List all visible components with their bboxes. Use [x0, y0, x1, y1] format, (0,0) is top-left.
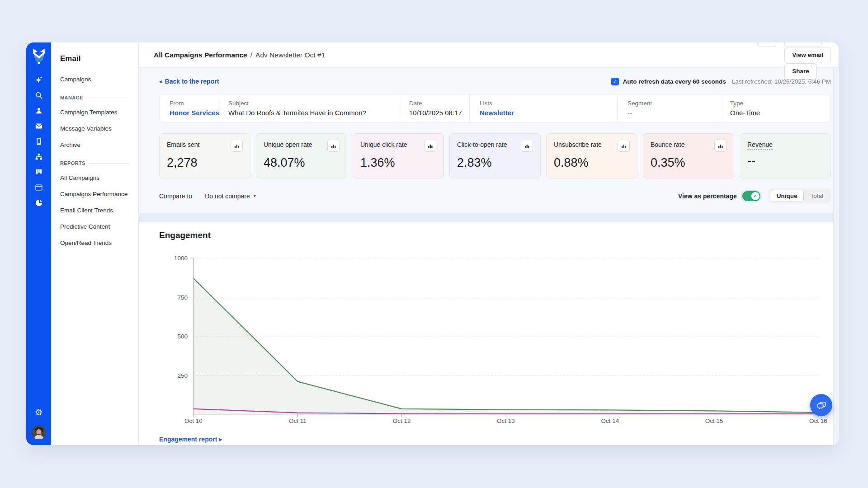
- engagement-report-link[interactable]: Engagement report ▸: [159, 436, 831, 443]
- field-value[interactable]: Newsletter: [480, 109, 607, 117]
- svg-text:Oct 15: Oct 15: [705, 418, 723, 424]
- metric-value: --: [747, 154, 823, 168]
- metric-chart-button[interactable]: [231, 140, 243, 152]
- campaign-info-date: Date 10/10/2025 08:17: [399, 94, 470, 122]
- sidebar-title: Email: [60, 54, 129, 63]
- sidebar-item-email-client-trends[interactable]: Email Client Trends: [60, 207, 129, 214]
- metric-label: Click-to-open rate: [457, 140, 507, 148]
- last-refreshed-text: Last refreshed: 10/26/2025, 6:46 PM: [732, 78, 831, 85]
- settings-gear-icon[interactable]: ⚙: [31, 404, 47, 420]
- engagement-section: Engagement 2505007501000Oct 10Oct 11Oct …: [139, 222, 839, 445]
- sidebar: Email Campaigns MANAGE Campaign Template…: [51, 42, 139, 445]
- metric-card-unique-click-rate: Unique click rate 1.36%: [353, 133, 444, 178]
- campaign-info-subject: Subject What Do Roofs & Termites Have in…: [218, 94, 399, 122]
- pipelines-icon[interactable]: [31, 164, 47, 180]
- resend-button[interactable]: Resend: [784, 42, 822, 47]
- campaign-info-bar: From Honor Services Subject What Do Roof…: [159, 94, 831, 122]
- bar-chart-icon: [718, 143, 723, 149]
- view-email-button[interactable]: View email: [784, 47, 831, 63]
- metric-value: 0.88%: [554, 156, 630, 170]
- metric-value: 1.36%: [360, 156, 436, 170]
- sidebar-item-message-variables[interactable]: Message Variables: [60, 125, 129, 132]
- sidebar-item-campaign-templates[interactable]: Campaign Templates: [60, 109, 129, 116]
- metric-cards-row: Emails sent 2,278 Unique open rate 48.: [159, 133, 831, 178]
- compare-dropdown[interactable]: Do not compare ▾: [205, 192, 256, 200]
- field-value: 10/10/2025 08:17: [409, 109, 459, 117]
- metric-label: Unique open rate: [264, 140, 312, 148]
- sidebar-section: REPORTS All CampaignsCampaigns Performan…: [60, 160, 129, 246]
- contacts-icon[interactable]: [31, 103, 47, 118]
- field-value: One-Time: [730, 109, 821, 117]
- breadcrumb-section[interactable]: All Campaigns Performance: [154, 51, 247, 59]
- display-options-button[interactable]: [757, 42, 775, 47]
- search-icon[interactable]: [31, 88, 47, 103]
- svg-text:500: 500: [177, 333, 188, 340]
- sidebar-section-label: REPORTS: [60, 160, 129, 166]
- field-label: Segment: [627, 100, 710, 107]
- summary-section: ◂ Back to the report ✓ Auto refresh data…: [139, 68, 839, 213]
- sidebar-item-all-campaigns[interactable]: All Campaigns: [60, 174, 129, 181]
- view-as-percentage-toggle[interactable]: ✓: [742, 191, 760, 201]
- sidebar-item-campaigns[interactable]: Campaigns: [60, 76, 129, 83]
- sidebar-item-campaigns-performance[interactable]: Campaigns Performance: [60, 191, 129, 197]
- engagement-title: Engagement: [159, 230, 831, 240]
- metric-value: 48.07%: [264, 156, 340, 170]
- metric-card-unsubscribe-rate: Unsubscribe rate 0.88%: [546, 133, 637, 178]
- metric-chart-button[interactable]: [618, 140, 630, 152]
- scrollbar-gutter[interactable]: [833, 68, 839, 445]
- metric-value: 0.35%: [651, 156, 726, 170]
- sliders-icon: [762, 42, 770, 43]
- metric-value: 2,278: [167, 156, 243, 170]
- field-label: Type: [730, 100, 821, 107]
- activecampaign-logo-icon[interactable]: [29, 45, 49, 66]
- svg-text:Oct 13: Oct 13: [497, 418, 515, 424]
- field-value[interactable]: Honor Services: [170, 109, 208, 117]
- total-tab[interactable]: Total: [804, 190, 830, 202]
- sidebar-item-predictive-content[interactable]: Predictive Content: [60, 223, 129, 230]
- metric-card-unique-open-rate: Unique open rate 48.07%: [256, 133, 347, 178]
- ai-sparkle-icon[interactable]: [31, 72, 47, 88]
- reports-pie-icon[interactable]: [31, 195, 47, 211]
- svg-text:Oct 12: Oct 12: [393, 418, 411, 424]
- user-avatar[interactable]: [32, 425, 46, 440]
- bar-chart-icon: [428, 143, 433, 149]
- chat-icon: [816, 399, 827, 411]
- metric-chart-button[interactable]: [521, 140, 533, 152]
- chevron-down-icon: ▾: [254, 193, 256, 198]
- campaign-info-lists: Lists Newsletter: [470, 94, 618, 122]
- sidebar-section: MANAGE Campaign TemplatesMessage Variabl…: [60, 95, 129, 148]
- metric-chart-button[interactable]: [424, 140, 436, 152]
- divider: [89, 163, 129, 164]
- chat-launcher-button[interactable]: [810, 394, 832, 416]
- metric-chart-button[interactable]: [327, 140, 340, 152]
- forms-icon[interactable]: [31, 180, 47, 195]
- mobile-icon[interactable]: [31, 134, 47, 149]
- site-tracking-icon[interactable]: [31, 149, 47, 164]
- nav-rail: ⚙: [26, 42, 51, 445]
- section-gap: [139, 213, 839, 222]
- compare-to-label: Compare to: [159, 192, 192, 200]
- back-to-report-link[interactable]: ◂ Back to the report: [159, 78, 219, 85]
- engagement-chart: 2505007501000Oct 10Oct 11Oct 12Oct 13Oct…: [159, 251, 831, 428]
- svg-text:Oct 10: Oct 10: [184, 418, 203, 424]
- metric-label: Revenue: [747, 140, 773, 150]
- campaign-info-from: From Honor Services: [160, 94, 218, 122]
- svg-text:Oct 16: Oct 16: [809, 418, 827, 424]
- metric-label: Bounce rate: [651, 140, 685, 148]
- email-icon[interactable]: [31, 118, 47, 134]
- metric-value: 2.83%: [457, 156, 533, 170]
- metric-chart-button[interactable]: [714, 140, 726, 152]
- sidebar-item-open-read-trends[interactable]: Open/Read Trends: [60, 239, 129, 246]
- svg-text:1000: 1000: [174, 255, 188, 262]
- metric-card-revenue: Revenue --: [740, 133, 831, 178]
- metric-card-emails-sent: Emails sent 2,278: [159, 133, 250, 178]
- auto-refresh-checkbox[interactable]: ✓: [611, 78, 619, 85]
- bar-chart-icon: [331, 143, 336, 149]
- metric-label: Unsubscribe rate: [554, 140, 602, 148]
- unique-tab[interactable]: Unique: [770, 190, 804, 202]
- sidebar-item-archive[interactable]: Archive: [60, 141, 129, 148]
- svg-text:250: 250: [177, 372, 188, 379]
- unique-total-segmented-control: Unique Total: [769, 188, 831, 203]
- field-label: Date: [409, 100, 459, 107]
- breadcrumb-current: Adv Newsletter Oct #1: [255, 51, 325, 59]
